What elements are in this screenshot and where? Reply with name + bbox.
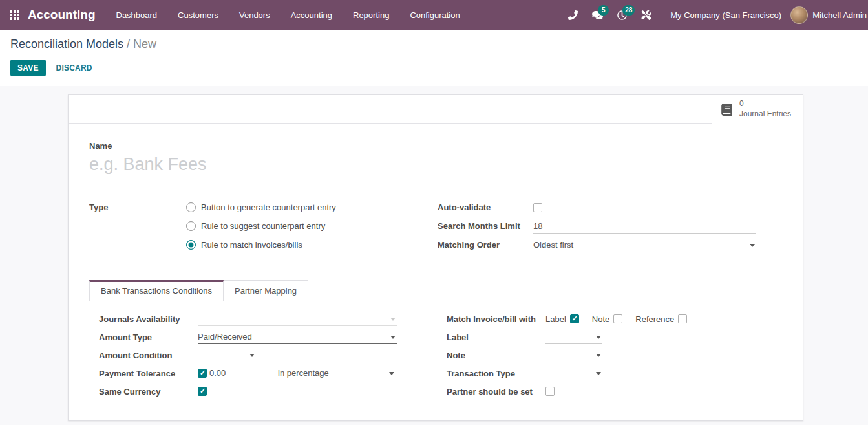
match-label-checkbox[interactable] [570, 314, 579, 323]
match-invoice-with-label: Match Invoice/bill with [447, 314, 545, 324]
match-reference-checkbox[interactable] [678, 314, 687, 323]
form-sheet: 0 Journal Entries Name Type Button to [68, 94, 803, 421]
menu-item-accounting[interactable]: Accounting [281, 0, 343, 30]
type-field-label: Type [89, 198, 186, 254]
type-option-match-invoices[interactable]: Rule to match invoices/bills [186, 235, 336, 254]
amount-condition-select[interactable] [198, 348, 256, 362]
payment-tolerance-label: Payment Tolerance [99, 369, 198, 378]
book-icon [721, 104, 733, 116]
tab-bank-transactions-conditions[interactable]: Bank Transactions Conditions [89, 280, 224, 301]
radio-button-icon[interactable] [186, 202, 196, 212]
save-button[interactable]: SAVE [10, 60, 46, 76]
top-navbar: Accounting Dashboard Customers Vendors A… [0, 0, 868, 30]
tab-content-bank-transactions-conditions: Journals Availability Amount Type Paid/R… [69, 301, 803, 415]
breadcrumb-current: New [133, 38, 156, 50]
partner-should-be-set-label: Partner should be set [447, 387, 545, 397]
debug-tools-icon[interactable] [639, 10, 653, 20]
match-reference-text: Reference [635, 314, 674, 324]
menu-item-customers[interactable]: Customers [167, 0, 229, 30]
radio-button-icon[interactable] [186, 221, 196, 231]
app-brand[interactable]: Accounting [28, 8, 96, 22]
type-radio-group: Button to generate counterpart entry Rul… [186, 198, 336, 254]
user-name[interactable]: Mitchell Admin [812, 10, 867, 20]
menu-item-dashboard[interactable]: Dashboard [106, 0, 168, 30]
phone-icon[interactable] [566, 10, 580, 20]
match-note-text: Note [592, 314, 609, 324]
note-field-label: Note [447, 351, 545, 360]
chevron-down-icon [596, 354, 601, 357]
activity-clock-icon[interactable]: 28 [615, 10, 629, 20]
journals-availability-label: Journals Availability [99, 314, 198, 324]
same-currency-label: Same Currency [99, 387, 198, 397]
chevron-down-icon [249, 354, 255, 357]
radio-button-icon[interactable] [186, 240, 196, 250]
chevron-down-icon [389, 372, 394, 375]
chevron-down-icon [596, 372, 601, 375]
match-label-text: Label [545, 314, 566, 324]
type-option-button-counterpart[interactable]: Button to generate counterpart entry [186, 198, 336, 217]
breadcrumb: Reconciliation Models / New [10, 38, 858, 51]
search-months-limit-label: Search Months Limit [438, 221, 533, 231]
matching-order-select[interactable]: Oldest first [533, 238, 756, 252]
main-menu: Dashboard Customers Vendors Accounting R… [106, 0, 471, 30]
match-note-checkbox[interactable] [613, 314, 622, 323]
transaction-type-label: Transaction Type [447, 369, 545, 378]
tab-partner-mapping[interactable]: Partner Mapping [224, 280, 308, 301]
chevron-down-icon [750, 244, 755, 247]
name-field-label: Name [89, 141, 782, 151]
amount-type-select[interactable]: Paid/Received [198, 330, 397, 344]
button-box: 0 Journal Entries [69, 95, 803, 124]
search-months-limit-input[interactable] [533, 219, 756, 234]
form-view-area: 0 Journal Entries Name Type Button to [0, 86, 868, 425]
company-switcher[interactable]: My Company (San Francisco) [670, 10, 781, 20]
chevron-down-icon [596, 336, 601, 339]
journal-entries-label: Journal Entries [739, 109, 791, 120]
same-currency-checkbox[interactable] [198, 387, 207, 396]
activities-badge: 28 [622, 5, 635, 16]
apps-grid-icon[interactable] [10, 10, 19, 20]
journal-entries-count: 0 [739, 99, 791, 109]
amount-condition-label: Amount Condition [99, 351, 198, 360]
journal-entries-button[interactable]: 0 Journal Entries [712, 95, 803, 124]
menu-item-vendors[interactable]: Vendors [229, 0, 281, 30]
payment-tolerance-checkbox[interactable] [198, 369, 207, 378]
amount-type-label: Amount Type [99, 332, 198, 342]
type-option-suggest-counterpart[interactable]: Rule to suggest counterpart entry [186, 217, 336, 235]
notebook-tab-bar: Bank Transactions Conditions Partner Map… [69, 280, 803, 301]
messages-badge: 5 [598, 5, 609, 16]
control-panel: Reconciliation Models / New SAVE DISCARD [0, 30, 868, 85]
user-avatar[interactable] [790, 6, 808, 24]
breadcrumb-separator: / [123, 38, 133, 50]
auto-validate-label: Auto-validate [438, 202, 533, 212]
journals-availability-select[interactable] [198, 312, 397, 326]
menu-item-configuration[interactable]: Configuration [399, 0, 470, 30]
messages-icon[interactable]: 5 [590, 10, 604, 20]
label-select[interactable] [545, 330, 602, 344]
chevron-down-icon [390, 318, 396, 321]
transaction-type-select[interactable] [545, 366, 602, 380]
breadcrumb-parent[interactable]: Reconciliation Models [10, 38, 123, 50]
menu-item-reporting[interactable]: Reporting [343, 0, 399, 30]
payment-tolerance-unit-select[interactable]: in percentage [278, 366, 396, 380]
partner-should-be-set-checkbox[interactable] [545, 387, 555, 396]
name-input[interactable] [89, 153, 505, 179]
systray: 5 28 My Company (San Francisco) Mitchell… [560, 0, 868, 30]
chevron-down-icon [390, 336, 396, 339]
label-field-label: Label [447, 332, 545, 342]
matching-order-label: Matching Order [438, 240, 533, 250]
note-select[interactable] [545, 348, 602, 362]
payment-tolerance-input[interactable] [209, 366, 271, 380]
auto-validate-checkbox[interactable] [533, 203, 542, 212]
discard-button[interactable]: DISCARD [56, 63, 92, 72]
